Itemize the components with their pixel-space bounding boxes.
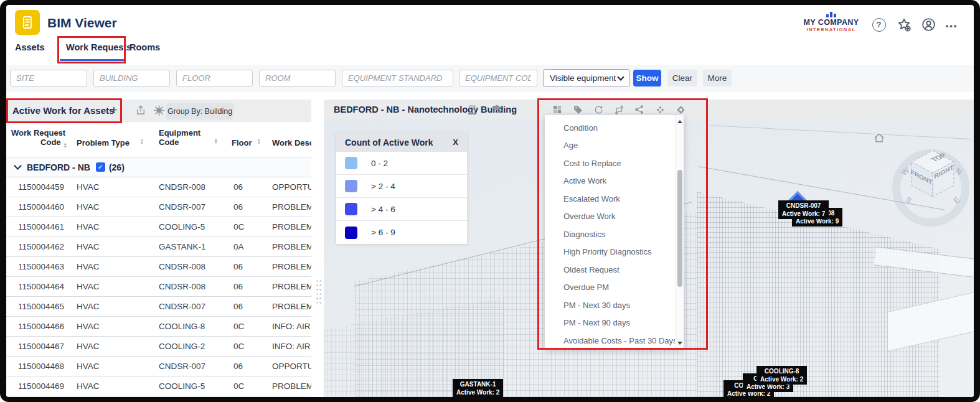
flower-icon[interactable] [674, 103, 687, 116]
column-header-work-description[interactable]: Work Descrip [272, 138, 311, 147]
table-row[interactable]: 1150004466HVACCOOLING-80CINFO: AIR I [6, 317, 311, 337]
visible-equipment-select[interactable]: Visible equipment [543, 69, 630, 87]
analysis-dropdown-menu: Condition Age Cost to Replace Active Wor… [545, 115, 684, 349]
legend-swatch [345, 203, 357, 215]
group-row-bedford[interactable]: BEDFORD - NB (26) [6, 157, 311, 177]
menu-item-oldest-request[interactable]: Oldest Request [545, 261, 684, 279]
menu-item-avoidable-costs[interactable]: Avoidable Costs - Past 30 Days [545, 332, 684, 349]
dropdown-scrollbar[interactable] [675, 115, 684, 349]
cell-desc: PROBLEM: [260, 282, 311, 291]
column-header-work-request-code[interactable]: Work Request Code [11, 128, 67, 148]
equipment-code-input[interactable] [459, 70, 537, 86]
cell-code: 1150004467 [6, 342, 64, 351]
marker-label-cndsr-007[interactable]: CNDSR-007 Active Work: 7 [778, 200, 829, 219]
table-row[interactable]: 1150004463HVACCNDSR-00806PROBLEM: [6, 257, 311, 277]
home-icon[interactable] [873, 132, 885, 147]
user-icon[interactable] [920, 16, 937, 33]
table-row[interactable]: 1150004460HVACCNDSR-00706PROBLEM: [6, 197, 311, 217]
panel-splitter [311, 100, 324, 397]
share-icon[interactable] [633, 103, 646, 116]
menu-item-condition[interactable]: Condition [545, 119, 684, 137]
menu-item-pm-next-30-days[interactable]: PM - Next 30 days [545, 296, 684, 314]
menu-item-overdue-pm[interactable]: Overdue PM [545, 279, 684, 297]
grid-icon[interactable] [551, 103, 563, 116]
clear-button[interactable]: Clear [667, 70, 697, 86]
cell-code: 1150004465 [6, 302, 64, 311]
table-row[interactable]: 1150004459HVACCNDSR-00806OPPORTUN [6, 177, 311, 197]
gear-icon[interactable] [152, 103, 166, 117]
cell-type: HVAC [64, 362, 146, 371]
tab-assets[interactable]: Assets [15, 42, 45, 52]
splitter-grip[interactable] [316, 279, 323, 305]
table-row[interactable]: 1150004467HVACCOOLING-20CINFO: AIR I [6, 337, 311, 357]
favorite-add-icon[interactable] [895, 16, 912, 33]
tab-work-requests[interactable]: Work Requests [66, 42, 131, 52]
help-glyph [872, 18, 886, 32]
help-icon[interactable] [870, 16, 887, 33]
legend-label: > 2 - 4 [371, 182, 395, 191]
refresh-icon[interactable] [592, 103, 605, 116]
column-header-floor[interactable]: Floor [232, 138, 261, 147]
cell-equipment: CNDSR-008 [146, 282, 221, 291]
table-row[interactable]: 1150004462HVACGASTANK-10APROBLEM: [6, 237, 311, 257]
add-icon[interactable]: + [106, 102, 122, 118]
floor-input[interactable] [176, 70, 253, 86]
menu-item-diagnostics[interactable]: Diagnostics [545, 225, 684, 243]
table-row[interactable]: 1150004468HVACCNDSR-00706OPPORTUN [6, 357, 311, 376]
cell-desc: PROBLEM: [260, 302, 311, 311]
menu-item-pm-next-90-days[interactable]: PM - Next 90 days [545, 314, 684, 332]
cell-equipment: COOLING-5 [146, 381, 221, 391]
cell-type: HVAC [64, 222, 146, 231]
marker-name: CNDSR-007 [782, 202, 825, 210]
tag-icon[interactable] [572, 103, 584, 116]
menu-item-age[interactable]: Age [545, 137, 684, 155]
cell-code: 1150004466 [6, 322, 64, 331]
equipment-standard-input[interactable] [342, 70, 453, 86]
group-by-button[interactable]: Group By: Building [166, 103, 233, 119]
menu-item-escalated-work[interactable]: Escalated Work [545, 190, 684, 208]
menu-item-overdue-work[interactable]: Overdue Work [545, 208, 684, 226]
cell-type: HVAC [64, 282, 146, 291]
building-icon[interactable] [466, 103, 478, 116]
marker-label-gastank-1[interactable]: GASTANK-1 Active Work: 2 [453, 379, 503, 397]
scroll-up-icon[interactable] [676, 116, 684, 126]
more-icon[interactable] [943, 17, 960, 34]
cell-type: HVAC [64, 262, 146, 271]
table-row[interactable]: 1150004464HVACCNDSR-00806PROBLEM: [6, 277, 311, 297]
menu-item-cost-to-replace[interactable]: Cost to Replace [545, 154, 684, 172]
menu-item-active-work[interactable]: Active Work [545, 172, 684, 190]
legend-swatch [345, 157, 357, 169]
column-label: Floor [232, 138, 252, 147]
table-row[interactable]: 1150004461HVACCOOLING-50CPROBLEM: [6, 217, 311, 237]
column-header-equipment-code[interactable]: Equipment Code [159, 128, 218, 147]
show-button[interactable]: Show [633, 70, 661, 86]
scrollbar-thumb[interactable] [677, 170, 682, 287]
legend-item: 0 - 2 [336, 152, 467, 175]
legend-close-button[interactable]: X [453, 138, 458, 147]
sort-icon [64, 142, 67, 148]
building-input[interactable] [93, 70, 170, 86]
work-panel-title: Active Work for Assets [12, 105, 114, 116]
room-input[interactable] [259, 70, 336, 86]
site-input[interactable] [10, 70, 87, 86]
menu-item-high-priority-diagnostics[interactable]: High Priority Diagnostics [545, 243, 684, 261]
cell-desc: OPPORTUN [260, 362, 311, 371]
cluster-icon[interactable] [654, 103, 666, 116]
table-row[interactable]: 1150004469HVACCOOLING-50CPROBLEM: [6, 376, 311, 396]
route-icon[interactable] [613, 103, 625, 116]
tab-rooms[interactable]: Rooms [130, 42, 160, 52]
view-cube[interactable]: TOP FRONT RIGHT [909, 148, 956, 202]
cell-equipment: CNDSR-008 [146, 262, 221, 271]
cell-desc: PROBLEM: [260, 222, 311, 231]
group-checkbox[interactable] [96, 162, 105, 172]
marker-label-cooling-8[interactable]: COOLING-8 Active Work: 2 [756, 366, 807, 385]
cell-code: 1150004464 [6, 282, 64, 291]
more-button[interactable]: More [703, 70, 732, 86]
column-header-problem-type[interactable]: Problem Type [77, 138, 144, 147]
export-icon[interactable] [134, 103, 148, 117]
marker-count: Active Work: 2 [456, 388, 499, 396]
table-row[interactable]: 1150004465HVACCNDSR-00706PROBLEM: [6, 297, 311, 317]
layers-icon[interactable] [491, 103, 503, 116]
legend-label: > 6 - 9 [371, 228, 395, 237]
scroll-down-icon[interactable] [676, 338, 684, 348]
